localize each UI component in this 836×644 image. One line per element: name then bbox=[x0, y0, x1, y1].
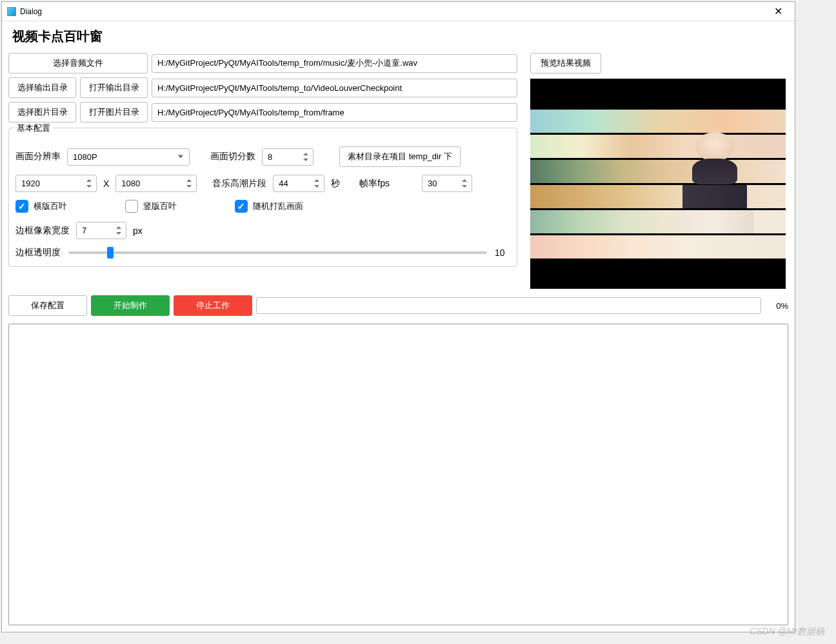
window-title: Dialog bbox=[20, 7, 42, 16]
slider-thumb[interactable] bbox=[107, 247, 114, 259]
horizontal-checkbox[interactable]: 横版百叶 bbox=[15, 200, 67, 213]
preview-strip bbox=[530, 210, 786, 233]
slider-track bbox=[68, 251, 487, 254]
vertical-checkbox[interactable]: 竖版百叶 bbox=[125, 200, 177, 213]
stop-button[interactable]: 停止工作 bbox=[174, 295, 252, 316]
fps-label: 帧率fps bbox=[359, 178, 390, 190]
save-config-button[interactable]: 保存配置 bbox=[8, 295, 87, 316]
slices-label: 画面切分数 bbox=[210, 151, 255, 162]
check-icon bbox=[15, 200, 28, 213]
border-width-spin[interactable]: 7 bbox=[76, 222, 126, 239]
row-checks: 横版百叶 竖版百叶 随机打乱画面 bbox=[15, 200, 510, 213]
shuffle-label: 随机打乱画面 bbox=[253, 200, 303, 212]
preview-strip bbox=[530, 135, 786, 158]
select-image-dir-button[interactable]: 选择图片目录 bbox=[8, 102, 76, 122]
output-path-input[interactable] bbox=[152, 79, 517, 97]
left-column: 选择音频文件 选择输出目录 打开输出目录 选择图片目录 打开图片目录 基本配置 bbox=[8, 53, 517, 289]
basic-config-group: 基本配置 画面分辨率 1080P 画面切分数 8 素材目录在项目 temp_di… bbox=[8, 128, 517, 267]
preview-pane bbox=[530, 79, 786, 289]
row-border-opacity: 边框透明度 10 bbox=[15, 247, 510, 259]
material-hint-button[interactable]: 素材目录在项目 temp_dir 下 bbox=[339, 146, 461, 167]
log-textarea[interactable] bbox=[8, 324, 788, 625]
start-button[interactable]: 开始制作 bbox=[91, 295, 170, 316]
progress-percent: 0% bbox=[765, 301, 788, 311]
select-output-dir-button[interactable]: 选择输出目录 bbox=[8, 77, 76, 98]
slices-spin[interactable]: 8 bbox=[262, 148, 314, 166]
image-path-input[interactable] bbox=[152, 103, 517, 122]
resolution-combo[interactable]: 1080P bbox=[67, 148, 190, 166]
border-opacity-label: 边框透明度 bbox=[15, 247, 61, 259]
horizontal-label: 横版百叶 bbox=[34, 200, 67, 212]
height-spin[interactable]: 1080 bbox=[115, 175, 197, 192]
row-output: 选择输出目录 打开输出目录 bbox=[8, 77, 517, 98]
close-icon[interactable]: ✕ bbox=[766, 3, 790, 21]
open-image-dir-button[interactable]: 打开图片目录 bbox=[80, 102, 148, 122]
climax-label: 音乐高潮片段 bbox=[212, 178, 266, 190]
seconds-label: 秒 bbox=[331, 178, 340, 190]
page-title: 视频卡点百叶窗 bbox=[12, 28, 788, 45]
select-audio-button[interactable]: 选择音频文件 bbox=[8, 53, 148, 73]
action-row: 保存配置 开始制作 停止工作 0% bbox=[8, 295, 788, 316]
row-audio: 选择音频文件 bbox=[8, 53, 517, 73]
titlebar: Dialog ✕ bbox=[2, 2, 795, 21]
dialog-window: Dialog ✕ 视频卡点百叶窗 选择音频文件 选择输出目录 打开输出目录 选择… bbox=[1, 1, 795, 632]
watermark: CSDN @Mr数据杨 bbox=[750, 626, 824, 634]
preview-result-button[interactable]: 预览结果视频 bbox=[530, 53, 601, 73]
fps-spin[interactable]: 30 bbox=[422, 175, 472, 192]
row-border-width: 边框像素宽度 7 px bbox=[15, 222, 510, 239]
preview-strip bbox=[530, 160, 786, 183]
audio-path-input[interactable] bbox=[152, 54, 517, 73]
resolution-label: 画面分辨率 bbox=[15, 151, 61, 162]
preview-button-wrap: 预览结果视频 bbox=[530, 53, 788, 73]
progress-bar bbox=[256, 297, 761, 314]
check-icon bbox=[125, 200, 138, 213]
shuffle-checkbox[interactable]: 随机打乱画面 bbox=[235, 200, 303, 213]
titlebar-left: Dialog bbox=[7, 7, 42, 16]
opacity-value: 10 bbox=[495, 248, 510, 258]
border-width-label: 边框像素宽度 bbox=[15, 225, 70, 237]
top-grid: 选择音频文件 选择输出目录 打开输出目录 选择图片目录 打开图片目录 基本配置 bbox=[8, 53, 788, 289]
row-images: 选择图片目录 打开图片目录 bbox=[8, 102, 517, 122]
climax-spin[interactable]: 44 bbox=[273, 175, 324, 192]
preview-strip bbox=[530, 235, 786, 259]
preview-strip bbox=[530, 110, 786, 133]
app-icon bbox=[7, 7, 16, 16]
open-output-dir-button[interactable]: 打开输出目录 bbox=[80, 77, 148, 98]
x-label: X bbox=[103, 179, 109, 189]
opacity-slider[interactable] bbox=[68, 247, 487, 259]
vertical-label: 竖版百叶 bbox=[143, 200, 177, 212]
check-icon bbox=[235, 200, 248, 213]
group-title: 基本配置 bbox=[14, 122, 53, 134]
px-label: px bbox=[133, 226, 143, 236]
row-res: 画面分辨率 1080P 画面切分数 8 素材目录在项目 temp_dir 下 bbox=[15, 146, 510, 167]
row-dims: 1920 X 1080 音乐高潮片段 44 秒 帧率fps 30 bbox=[15, 175, 510, 192]
preview-strip bbox=[530, 185, 786, 208]
width-spin[interactable]: 1920 bbox=[15, 175, 97, 192]
right-column: 预览结果视频 bbox=[530, 53, 788, 289]
content: 视频卡点百叶窗 选择音频文件 选择输出目录 打开输出目录 选择图片目录 打开图片… bbox=[2, 21, 795, 632]
